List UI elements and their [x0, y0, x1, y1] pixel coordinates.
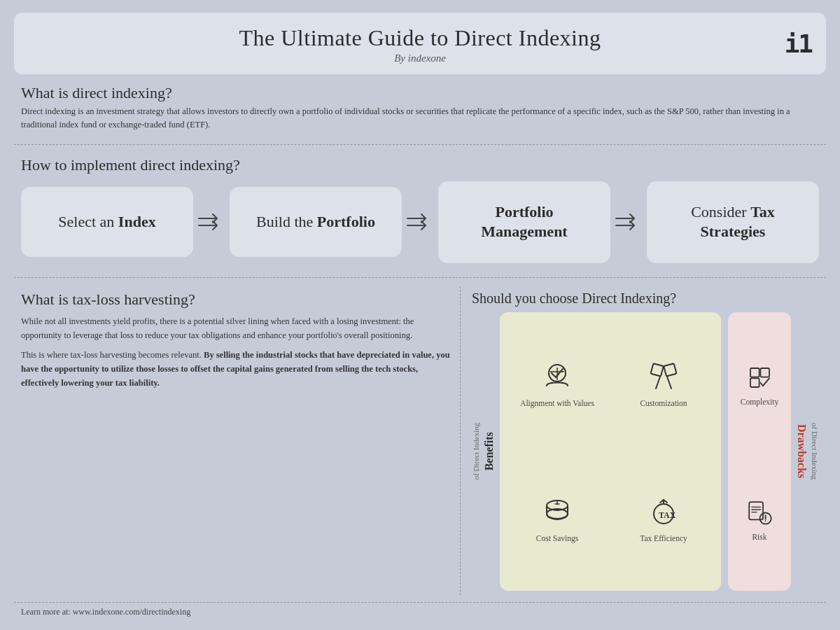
drawbacks-wrapper: Complexity [728, 312, 819, 591]
tax-loss-panel: What is tax-loss harvesting? While not a… [14, 286, 461, 595]
svg-point-23 [764, 520, 766, 522]
choose-heading: Should you choose Direct Indexing? [472, 290, 819, 307]
svg-text:TAX: TAX [659, 510, 676, 520]
svg-rect-16 [750, 378, 760, 387]
tax-loss-para2: This is where tax-loss harvesting become… [21, 348, 450, 390]
benefits-label: of Direct Indexing Benefits [472, 312, 496, 591]
tax-loss-heading: What is tax-loss harvesting? [21, 290, 450, 309]
svg-line-5 [656, 377, 660, 388]
page-title: The Ultimate Guide to Direct Indexing [239, 25, 601, 51]
arrow-2 [402, 211, 438, 233]
logo: i1 [785, 29, 812, 58]
what-is-body: Direct indexing is an investment strateg… [21, 105, 819, 132]
header-box: The Ultimate Guide to Direct Indexing By… [14, 13, 826, 74]
step-3-text: PortfolioManagement [481, 202, 567, 242]
benefit-alignment: Alignment with Values [507, 319, 608, 449]
drawbacks-sub-label: of Direct Indexing [811, 423, 819, 479]
what-is-heading: What is direct indexing? [21, 84, 819, 102]
drawback-complexity-label: Complexity [741, 398, 778, 406]
step-2-bold: Portfolio [317, 213, 375, 230]
risk-icon [744, 497, 776, 528]
step-2-text: Build the Portfolio [256, 212, 375, 232]
drawback-risk-label: Risk [752, 533, 766, 541]
svg-rect-3 [650, 363, 663, 376]
svg-rect-14 [750, 368, 760, 377]
step-1-bold: Index [118, 213, 156, 230]
benefit-tax-efficiency: TAX Tax Efficiency [613, 454, 714, 584]
tax-efficiency-icon: TAX [646, 494, 681, 529]
choose-panel: Should you choose Direct Indexing? of Di… [461, 286, 826, 595]
benefit-customization: Customization [613, 319, 714, 449]
footer-text: Learn more at: www.indexone.com/directin… [21, 607, 819, 617]
divider-1 [14, 144, 826, 145]
benefits-sub-label: of Direct Indexing [472, 423, 480, 479]
step-portfolio-management: PortfolioManagement [438, 181, 610, 263]
arrow-3 [610, 211, 647, 233]
complexity-icon [744, 362, 776, 393]
footer-bar: Learn more at: www.indexone.com/directin… [14, 602, 826, 617]
page-wrapper: The Ultimate Guide to Direct Indexing By… [0, 0, 840, 630]
svg-rect-17 [749, 502, 763, 519]
step-4-text: Consider Tax Strategies [661, 202, 805, 242]
step-build-portfolio: Build the Portfolio [230, 187, 402, 257]
customization-icon [646, 359, 681, 394]
drawbacks-main-label: Drawbacks [795, 424, 808, 478]
drawback-complexity: Complexity [735, 319, 784, 449]
header-subtitle: By indexone [394, 52, 446, 64]
step-4-bold: Tax Strategies [701, 203, 775, 241]
benefits-grid: Alignment with Values Customization [500, 312, 721, 591]
step-1-text: Select an Index [58, 212, 155, 232]
arrow-1 [193, 211, 230, 233]
step-select-index: Select an Index [21, 187, 193, 257]
drawbacks-grid: Complexity [728, 312, 791, 591]
drawbacks-label: of Direct Indexing Drawbacks [795, 312, 819, 591]
svg-line-6 [667, 377, 671, 388]
drawback-risk: Risk [735, 454, 784, 584]
svg-rect-4 [664, 363, 676, 376]
alignment-icon [540, 359, 575, 394]
benefit-alignment-label: Alignment with Values [520, 398, 594, 409]
implement-heading: How to implement direct indexing? [21, 156, 819, 174]
benefit-cost-savings-label: Cost Savings [536, 533, 578, 544]
tax-loss-para1: While not all investments yield profits,… [21, 314, 450, 342]
benefits-main-label: Benefits [483, 432, 496, 470]
divider-2 [14, 277, 826, 278]
benefits-drawbacks-row: of Direct Indexing Benefits [472, 312, 819, 591]
implement-section: How to implement direct indexing? Select… [14, 153, 826, 269]
benefit-tax-efficiency-label: Tax Efficiency [640, 533, 687, 544]
tax-loss-para2-prefix: This is where tax-loss harvesting become… [21, 350, 204, 360]
step-consider-tax: Consider Tax Strategies [647, 181, 819, 263]
benefit-customization-label: Customization [640, 398, 687, 409]
bottom-section: What is tax-loss harvesting? While not a… [14, 286, 826, 595]
benefits-wrapper: of Direct Indexing Benefits [472, 312, 721, 591]
benefit-cost-savings: Cost Savings [507, 454, 608, 584]
step-3-bold: PortfolioManagement [481, 203, 567, 241]
what-is-section: What is direct indexing? Direct indexing… [14, 81, 826, 136]
cost-savings-icon [540, 494, 575, 529]
svg-rect-15 [760, 368, 769, 377]
steps-row: Select an Index Build the Portfolio [21, 181, 819, 263]
